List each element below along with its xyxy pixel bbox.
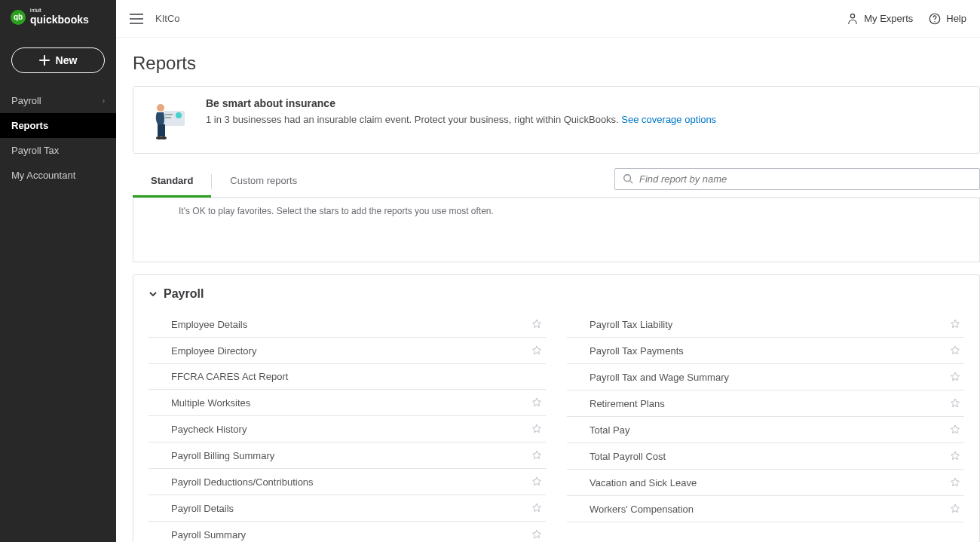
report-row: Retirement Plans [567,390,964,417]
report-link[interactable]: Paycheck History [171,424,247,435]
sidebar-item-label: Payroll Tax [11,145,59,156]
chevron-down-icon [149,289,158,299]
star-icon[interactable] [949,397,961,409]
report-link[interactable]: Employee Directory [171,345,256,357]
page-title: Reports [116,50,980,86]
logo-badge-icon: qb [11,10,26,25]
help-button[interactable]: Help [928,12,966,26]
report-link[interactable]: Payroll Tax and Wage Summary [590,372,729,383]
tab-custom-reports[interactable]: Custom reports [212,166,315,198]
chevron-right-icon: › [103,96,105,105]
my-experts-label: My Experts [864,13,913,24]
report-row: Payroll Deductions/Contributions [149,469,546,495]
report-row: Payroll Details [149,495,546,522]
report-row: Payroll Billing Summary [149,442,546,469]
star-icon[interactable] [531,423,543,435]
section-header[interactable]: Payroll [149,287,964,301]
banner-title: Be smart about insurance [206,97,716,109]
report-link[interactable]: FFCRA CARES Act Report [171,371,288,382]
star-icon[interactable] [949,318,961,330]
sidebar-item-payroll-tax[interactable]: Payroll Tax [0,138,116,163]
svg-rect-6 [165,117,171,118]
report-row: Vacation and Sick Leave [567,470,964,496]
report-row: Multiple Worksites [149,390,546,416]
payroll-section: Payroll Employee DetailsEmployee Directo… [133,274,980,542]
star-icon[interactable] [531,397,543,409]
sidebar-item-label: Reports [11,120,48,131]
topbar: KItCo My Experts Help [116,0,980,38]
report-link[interactable]: Workers' Compensation [590,504,694,515]
svg-point-2 [935,21,936,23]
insurance-banner: Be smart about insurance 1 in 3 business… [133,86,980,154]
sidebar: qb intuit quickbooks New Payroll›Reports… [0,0,116,542]
svg-point-0 [851,14,855,17]
star-icon[interactable] [531,449,543,461]
hamburger-icon[interactable] [130,14,143,24]
sidebar-item-payroll[interactable]: Payroll› [0,88,116,113]
search-input[interactable] [639,173,972,185]
report-link[interactable]: Payroll Deductions/Contributions [171,476,314,488]
tab-standard[interactable]: Standard [133,166,211,198]
report-row: Total Payroll Cost [567,443,964,470]
company-name: KItCo [155,13,180,24]
report-link[interactable]: Total Pay [590,424,629,436]
star-icon[interactable] [531,344,543,357]
search-icon [623,173,633,184]
sidebar-item-reports[interactable]: Reports [0,113,116,138]
svg-point-11 [161,136,167,139]
new-button[interactable]: New [11,47,105,73]
report-row: Employee Details [149,311,546,338]
star-icon[interactable] [949,424,961,436]
report-row: Paycheck History [149,416,546,442]
report-row: Payroll Tax Liability [567,311,964,338]
report-link[interactable]: Vacation and Sick Leave [590,477,697,488]
report-link[interactable]: Payroll Billing Summary [171,450,274,461]
my-experts-button[interactable]: My Experts [846,12,913,26]
report-link[interactable]: Payroll Details [171,503,234,514]
sidebar-nav: Payroll›ReportsPayroll TaxMy Accountant [0,88,116,188]
report-link[interactable]: Multiple Worksites [171,397,250,409]
logo: qb intuit quickbooks [0,0,116,34]
report-row: FFCRA CARES Act Report [149,364,546,390]
report-link[interactable]: Payroll Summary [171,529,246,540]
star-icon[interactable] [531,318,543,330]
section-title: Payroll [164,287,204,301]
help-label: Help [946,13,966,24]
report-link[interactable]: Payroll Tax Payments [590,345,684,357]
star-icon[interactable] [531,476,543,488]
report-link[interactable]: Total Payroll Cost [590,451,666,462]
star-icon[interactable] [949,371,961,383]
search-box[interactable] [614,168,980,190]
banner-illustration-icon [147,97,192,142]
logo-name: quickbooks [30,14,89,26]
star-icon[interactable] [949,503,961,515]
new-button-label: New [56,54,78,66]
svg-point-7 [157,104,164,112]
report-row: Payroll Tax and Wage Summary [567,364,964,390]
report-row: Workers' Compensation [567,496,964,522]
report-column-left: Employee DetailsEmployee DirectoryFFCRA … [149,311,546,542]
report-row: Employee Directory [149,338,546,364]
tabs: Standard Custom reports [133,166,315,198]
report-link[interactable]: Retirement Plans [590,398,665,409]
person-icon [846,12,859,26]
svg-rect-9 [161,124,165,136]
favorites-hint: It's OK to play favorites. Select the st… [133,198,980,262]
star-icon[interactable] [531,528,543,540]
banner-link[interactable]: See coverage options [621,114,716,125]
logo-sup: intuit [30,8,89,13]
star-icon[interactable] [949,450,961,462]
star-icon[interactable] [949,344,961,357]
report-column-right: Payroll Tax LiabilityPayroll Tax Payment… [567,311,964,542]
sidebar-item-label: Payroll [11,95,41,106]
content: Reports Be smart about insurance 1 [116,38,980,542]
report-link[interactable]: Payroll Tax Liability [590,319,672,330]
help-icon [928,12,942,26]
svg-rect-5 [165,114,173,115]
report-link[interactable]: Employee Details [171,319,247,330]
star-icon[interactable] [531,502,543,514]
banner-text: 1 in 3 businesses had an insurable claim… [206,114,619,125]
report-row: Total Pay [567,417,964,443]
star-icon[interactable] [949,476,961,488]
sidebar-item-my-accountant[interactable]: My Accountant [0,163,116,188]
